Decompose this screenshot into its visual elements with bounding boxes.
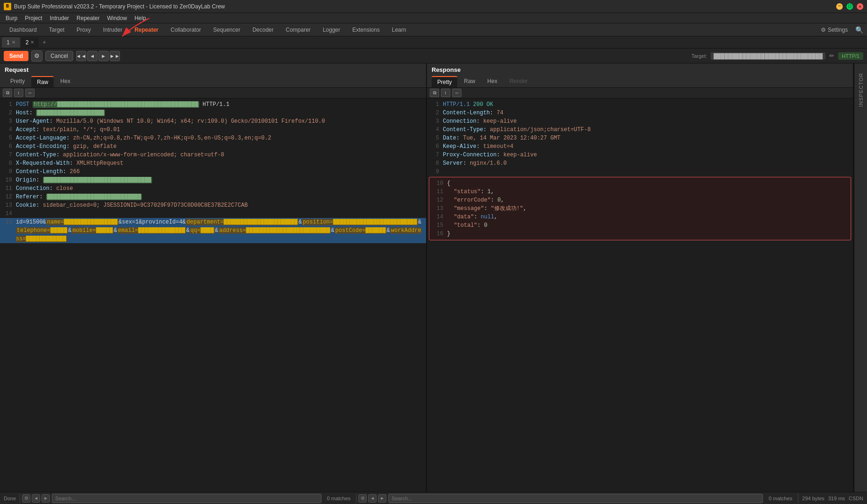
response-tab-render[interactable]: Render [504, 76, 533, 87]
repeater-tab-2-label: 2 [26, 39, 29, 46]
tab-sequencer[interactable]: Sequencer [208, 24, 246, 35]
request-line-15: 15 id=91500&name=████████████████&sex=1&… [0, 218, 426, 243]
minimize-button[interactable]: ─ [836, 3, 843, 10]
response-panel: Response Pretty Raw Hex Render ⧉ ↕ ↔ 1 H… [427, 63, 854, 492]
request-tab-raw[interactable]: Raw [31, 76, 54, 87]
request-panel-title: Request [5, 66, 421, 73]
menu-intruder[interactable]: Intruder [46, 13, 73, 23]
next-button[interactable]: ► [98, 51, 109, 61]
response-panel-title: Response [432, 66, 848, 73]
response-search-input[interactable] [388, 494, 763, 503]
request-line-14: 14 [0, 210, 426, 218]
request-tool-2[interactable]: ↕ [14, 89, 23, 97]
main-content: Request Pretty Raw Hex ⧉ ↕ ↔ 1 POST http… [0, 63, 867, 492]
menu-help[interactable]: Help [131, 13, 150, 23]
tab-intruder[interactable]: Intruder [98, 24, 128, 35]
repeater-tab-1-label: 1 [7, 39, 10, 46]
inspector-label: INSPECTOR [858, 73, 864, 107]
tab-logger[interactable]: Logger [317, 24, 346, 35]
request-search-prev-icon[interactable]: ◄ [32, 494, 40, 503]
response-line-15: 15 "total": 0 [431, 221, 849, 230]
response-tab-raw[interactable]: Raw [458, 76, 481, 87]
title-bar: B Burp Suite Professional v2023.2 - Temp… [0, 0, 867, 13]
bottom-right-info: 294 bytes 319 ms CSDN [798, 496, 867, 501]
request-matches-count: 0 matches [323, 496, 355, 501]
response-panel-tabs: Pretty Raw Hex Render [432, 76, 848, 87]
tab-dashboard[interactable]: Dashboard [4, 24, 42, 35]
tab-learn[interactable]: Learn [386, 24, 412, 35]
response-tab-hex[interactable]: Hex [482, 76, 503, 87]
http-version-badge: HTTP/1 [838, 52, 863, 60]
tab-target[interactable]: Target [43, 24, 70, 35]
repeater-tab-1[interactable]: 1 ✕ [2, 37, 20, 48]
settings-area[interactable]: ⚙ Settings 🔍 [821, 26, 863, 34]
response-line-2: 2 Content-Length: 74 [427, 109, 853, 117]
request-tab-pretty[interactable]: Pretty [5, 76, 30, 87]
response-search-next-icon[interactable]: ► [378, 494, 386, 503]
gear-button[interactable]: ⚙ [31, 50, 42, 62]
json-response-block: 10 { 11 "status": 1, 12 "errorCode": 0, … [429, 177, 851, 240]
response-line-5: 5 Date: Tue, 14 Mar 2023 12:40:27 GMT [427, 134, 853, 142]
response-line-3: 3 Connection: keep-alive [427, 117, 853, 126]
request-search-input[interactable] [52, 494, 321, 503]
send-button[interactable]: Send [4, 51, 28, 61]
close-button[interactable]: ✕ [857, 3, 863, 10]
repeater-tabs-container: 1 ✕ 2 ✕ + [0, 36, 867, 49]
repeater-tab-2[interactable]: 2 ✕ [21, 37, 39, 48]
response-panel-header: Response Pretty Raw Hex Render [427, 63, 853, 88]
request-line-8: 8 X-Requested-With: XMLHttpRequest [0, 159, 426, 168]
next-next-button[interactable]: ►► [110, 51, 120, 61]
response-code-area[interactable]: 1 HTTP/1.1 200 OK 2 Content-Length: 74 3… [427, 98, 853, 492]
toolbar-right: Target: ██████████████████████████████ ✏… [692, 52, 863, 60]
response-search-settings-icon[interactable]: ⚙ [358, 494, 367, 503]
request-line-5: 5 Accept-Language: zh-CN,zh;q=0.8,zh-TW;… [0, 134, 426, 142]
response-tool-2[interactable]: ↕ [441, 89, 450, 97]
request-line-2: 2 Host: ████████████████████ [0, 109, 426, 117]
tab-decoder[interactable]: Decoder [247, 24, 279, 35]
search-top-icon[interactable]: 🔍 [855, 26, 863, 34]
request-tab-hex[interactable]: Hex [55, 76, 76, 87]
request-tool-3[interactable]: ↔ [25, 89, 35, 97]
response-tool-3[interactable]: ↔ [452, 89, 461, 97]
maximize-button[interactable]: □ [846, 3, 853, 10]
time-info: 319 ms [828, 496, 845, 501]
title-bar-left: B Burp Suite Professional v2023.2 - Temp… [4, 3, 225, 10]
tab-proxy[interactable]: Proxy [71, 24, 97, 35]
response-tab-pretty[interactable]: Pretty [432, 76, 457, 87]
window-controls: ─ □ ✕ [836, 3, 863, 10]
window-title: Burp Suite Professional v2023.2 - Tempor… [14, 3, 225, 10]
request-line-12: 12 Referer: ████████████████████████████ [0, 193, 426, 201]
request-line-7: 7 Content-Type: application/x-www-form-u… [0, 151, 426, 159]
request-search-icons: ⚙ ◄ ► [22, 494, 50, 503]
nav-tabs: Dashboard Target Proxy Intruder Repeater… [0, 23, 867, 36]
target-value: ██████████████████████████████ [711, 52, 825, 60]
request-tool-1[interactable]: ⧉ [3, 89, 12, 97]
request-search-settings-icon[interactable]: ⚙ [22, 494, 30, 503]
response-line-12: 12 "errorCode": 0, [431, 196, 849, 204]
response-tool-1[interactable]: ⧉ [430, 89, 439, 97]
tab-extensions[interactable]: Extensions [347, 24, 385, 35]
request-search-next-icon[interactable]: ► [42, 494, 50, 503]
response-search-prev-icon[interactable]: ◄ [368, 494, 377, 503]
menu-project[interactable]: Project [21, 13, 46, 23]
repeater-tab-1-close[interactable]: ✕ [12, 40, 15, 45]
cancel-button[interactable]: Cancel [45, 51, 73, 61]
tab-repeater[interactable]: Repeater [129, 24, 164, 35]
edit-target-icon[interactable]: ✏ [829, 52, 834, 59]
request-line-1: 1 POST http://██████████████████████████… [0, 100, 426, 109]
request-line-9: 9 Content-Length: 266 [0, 168, 426, 176]
menu-burp[interactable]: Burp [2, 13, 21, 23]
request-code-area[interactable]: 1 POST http://██████████████████████████… [0, 98, 426, 492]
tab-comparer[interactable]: Comparer [280, 24, 316, 35]
menu-repeater[interactable]: Repeater [73, 13, 103, 23]
add-tab-button[interactable]: + [40, 39, 49, 46]
prev-prev-button[interactable]: ◄◄ [76, 51, 86, 61]
menu-window[interactable]: Window [103, 13, 131, 23]
tab-collaborator[interactable]: Collaborator [165, 24, 206, 35]
request-panel-tabs: Pretty Raw Hex [5, 76, 421, 87]
bytes-info: 294 bytes [802, 496, 825, 501]
status-text: Done [4, 496, 16, 501]
repeater-tab-2-close[interactable]: ✕ [30, 40, 34, 45]
prev-button[interactable]: ◄ [87, 51, 98, 61]
settings-label: ⚙ Settings [821, 27, 848, 33]
